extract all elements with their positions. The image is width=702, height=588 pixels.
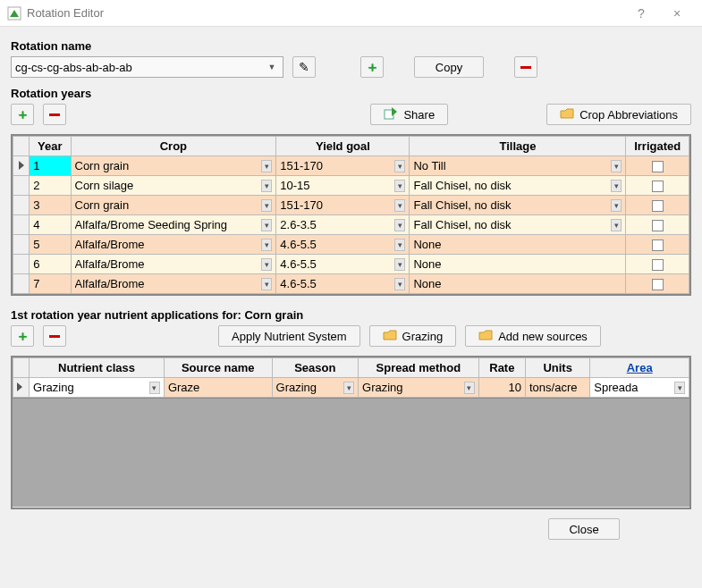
- cell-nutrient-class[interactable]: Grazing▾: [30, 378, 165, 398]
- cell-spread[interactable]: Grazing▾: [359, 378, 479, 398]
- table-row[interactable]: 6Alfalfa/Brome▾4.6-5.5▾None: [13, 255, 689, 274]
- table-row[interactable]: 5Alfalfa/Brome▾4.6-5.5▾None: [13, 235, 689, 255]
- col-rate[interactable]: Rate: [478, 358, 525, 378]
- help-button[interactable]: ?: [623, 0, 659, 27]
- chevron-down-icon[interactable]: ▾: [261, 199, 272, 212]
- cell-yield[interactable]: 2.6-3.5▾: [276, 215, 410, 235]
- col-season[interactable]: Season: [272, 358, 359, 378]
- apply-nutrient-system-button[interactable]: Apply Nutrient System: [218, 325, 360, 347]
- cell-yield[interactable]: 10-15▾: [276, 176, 410, 196]
- cell-crop[interactable]: Corn grain▾: [71, 156, 276, 176]
- close-window-button[interactable]: ×: [659, 0, 695, 27]
- cell-year[interactable]: 4: [30, 215, 71, 235]
- cell-year[interactable]: 5: [30, 235, 71, 255]
- close-button[interactable]: Close: [548, 518, 620, 540]
- edit-rotation-button[interactable]: ✎: [292, 56, 316, 78]
- chevron-down-icon[interactable]: ▾: [261, 219, 272, 231]
- delete-year-button[interactable]: [43, 104, 66, 125]
- cell-yield[interactable]: 151-170▾: [276, 156, 410, 176]
- cell-yield[interactable]: 4.6-5.5▾: [276, 274, 410, 294]
- checkbox[interactable]: [652, 161, 664, 172]
- delete-rotation-button[interactable]: [514, 56, 537, 78]
- cell-tillage[interactable]: No Till▾: [410, 156, 626, 176]
- checkbox[interactable]: [652, 279, 664, 290]
- cell-tillage[interactable]: Fall Chisel, no disk▾: [410, 176, 626, 196]
- table-row[interactable]: Grazing▾GrazeGrazing▾Grazing▾10tons/acre…: [13, 378, 689, 398]
- cell-season[interactable]: Grazing▾: [272, 378, 359, 398]
- cell-year[interactable]: 7: [30, 274, 71, 294]
- table-row[interactable]: 3Corn grain▾151-170▾Fall Chisel, no disk…: [13, 196, 689, 215]
- cell-year[interactable]: 2: [30, 176, 71, 196]
- checkbox[interactable]: [652, 259, 664, 271]
- chevron-down-icon[interactable]: ▾: [464, 382, 475, 394]
- add-year-button[interactable]: ＋: [11, 104, 34, 125]
- copy-button[interactable]: Copy: [414, 56, 484, 78]
- col-spread-method[interactable]: Spread method: [359, 358, 479, 378]
- cell-irrigated[interactable]: [626, 235, 689, 255]
- cell-irrigated[interactable]: [626, 215, 689, 235]
- chevron-down-icon[interactable]: ▾: [611, 180, 622, 192]
- checkbox[interactable]: [652, 239, 664, 251]
- col-nutrient-class[interactable]: Nutrient class: [30, 358, 165, 378]
- col-source-name[interactable]: Source name: [164, 358, 272, 378]
- chevron-down-icon[interactable]: ▾: [394, 278, 405, 290]
- chevron-down-icon[interactable]: ▾: [394, 199, 405, 212]
- chevron-down-icon[interactable]: ▾: [261, 160, 272, 172]
- nutrient-applications-grid[interactable]: Nutrient class Source name Season Spread…: [11, 356, 691, 509]
- chevron-down-icon[interactable]: ▾: [394, 258, 405, 271]
- delete-nutrient-button[interactable]: [43, 325, 66, 347]
- checkbox[interactable]: [652, 220, 664, 231]
- add-nutrient-button[interactable]: ＋: [11, 325, 34, 347]
- crop-abbreviations-button[interactable]: Crop Abbreviations: [546, 104, 691, 125]
- cell-year[interactable]: 6: [30, 255, 71, 274]
- cell-crop[interactable]: Alfalfa/Brome Seeding Spring▾: [71, 215, 276, 235]
- chevron-down-icon[interactable]: ▾: [261, 258, 272, 271]
- cell-irrigated[interactable]: [626, 274, 689, 294]
- cell-year[interactable]: 3: [30, 196, 71, 215]
- chevron-down-icon[interactable]: ▾: [149, 382, 160, 394]
- cell-tillage[interactable]: Fall Chisel, no disk▾: [410, 215, 626, 235]
- cell-year[interactable]: 1: [30, 156, 71, 176]
- cell-tillage[interactable]: Fall Chisel, no disk▾: [410, 196, 626, 215]
- cell-rate[interactable]: 10: [478, 378, 525, 398]
- chevron-down-icon[interactable]: ▾: [261, 278, 272, 290]
- cell-crop[interactable]: Corn silage▾: [71, 176, 276, 196]
- cell-crop[interactable]: Alfalfa/Brome▾: [71, 255, 276, 274]
- chevron-down-icon[interactable]: ▾: [261, 239, 272, 251]
- col-irrigated[interactable]: Irrigated: [626, 137, 689, 156]
- cell-units[interactable]: tons/acre: [525, 378, 589, 398]
- cell-crop[interactable]: Alfalfa/Brome▾: [71, 274, 276, 294]
- chevron-down-icon[interactable]: ▾: [394, 160, 405, 172]
- col-units[interactable]: Units: [525, 358, 589, 378]
- share-button[interactable]: Share: [370, 104, 448, 125]
- cell-area[interactable]: Spreada▾: [590, 378, 689, 398]
- col-tillage[interactable]: Tillage: [410, 137, 626, 156]
- cell-yield[interactable]: 151-170▾: [276, 196, 410, 215]
- cell-tillage[interactable]: None: [410, 235, 626, 255]
- col-year[interactable]: Year: [30, 137, 71, 156]
- cell-source-name[interactable]: Graze: [164, 378, 272, 398]
- cell-tillage[interactable]: None: [410, 274, 626, 294]
- chevron-down-icon[interactable]: ▾: [261, 180, 272, 192]
- add-rotation-button[interactable]: ＋: [360, 56, 384, 78]
- rotation-name-combo[interactable]: cg-cs-cg-abs-ab-ab-ab ▼: [11, 56, 283, 78]
- table-row[interactable]: 2Corn silage▾10-15▾Fall Chisel, no disk▾: [13, 176, 689, 196]
- cell-tillage[interactable]: None: [410, 255, 626, 274]
- checkbox[interactable]: [652, 181, 664, 192]
- cell-crop[interactable]: Alfalfa/Brome▾: [71, 235, 276, 255]
- cell-irrigated[interactable]: [626, 156, 689, 176]
- chevron-down-icon[interactable]: ▾: [394, 180, 405, 192]
- col-area[interactable]: Area: [590, 358, 689, 378]
- cell-irrigated[interactable]: [626, 176, 689, 196]
- chevron-down-icon[interactable]: ▾: [611, 199, 622, 212]
- chevron-down-icon[interactable]: ▾: [394, 219, 405, 231]
- chevron-down-icon[interactable]: ▾: [343, 382, 354, 394]
- cell-irrigated[interactable]: [626, 196, 689, 215]
- table-row[interactable]: 7Alfalfa/Brome▾4.6-5.5▾None: [13, 274, 689, 294]
- col-yield[interactable]: Yield goal: [276, 137, 410, 156]
- col-crop[interactable]: Crop: [71, 137, 276, 156]
- cell-irrigated[interactable]: [626, 255, 689, 274]
- grazing-button[interactable]: Grazing: [369, 325, 457, 347]
- checkbox[interactable]: [652, 200, 664, 212]
- cell-yield[interactable]: 4.6-5.5▾: [276, 235, 410, 255]
